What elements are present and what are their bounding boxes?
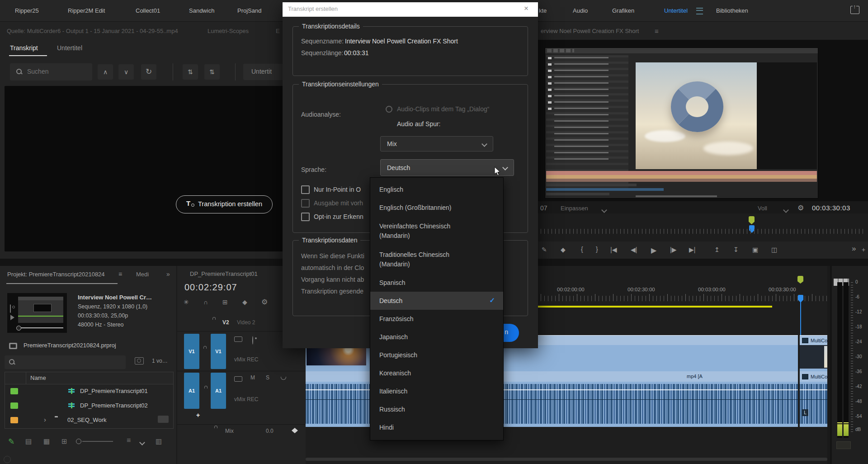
language-option[interactable]: Vereinfachtes Chinesisch (Mandarin) (370, 217, 503, 245)
chevron-down-icon[interactable] (140, 438, 144, 446)
workspace-tab-partial[interactable]: kte (539, 7, 547, 14)
expand-all-button[interactable]: ⇅ (183, 64, 198, 80)
more-buttons-icon[interactable]: » (852, 244, 856, 253)
program-marker[interactable] (749, 216, 755, 224)
mix-track-value[interactable]: 0.0 (266, 428, 274, 434)
bin-list-header[interactable]: Name (5, 372, 173, 384)
sequence-marker[interactable] (797, 276, 803, 284)
snap-icon[interactable]: ∩ (203, 298, 208, 306)
prev-match-button[interactable]: ∧ (98, 64, 113, 80)
workspace-tab[interactable]: Collect01 (136, 7, 160, 14)
checkbox-opt-in[interactable] (301, 213, 310, 221)
video-clip[interactable]: MultiCorder6 - (800, 335, 827, 372)
extract-icon[interactable]: ↧ (733, 246, 739, 253)
add-marker-icon[interactable]: ◆ (561, 246, 566, 253)
bin-row[interactable]: DP_PremiereTranscript02 (5, 398, 173, 413)
workspace-tab[interactable]: Bibliotheken (716, 7, 748, 14)
comparison-view-icon[interactable]: ◫ (771, 246, 777, 253)
audio-clip[interactable]: MultiCorder6 - L (800, 371, 827, 427)
mark-in-icon[interactable]: { (581, 246, 583, 253)
checkbox-merge-output[interactable] (301, 199, 310, 208)
source-patch-a1[interactable]: A1 (184, 373, 199, 409)
lumetri-scopes-tab[interactable]: Lumetri-Scopes (208, 28, 249, 34)
step-back-icon[interactable]: ◀| (631, 246, 637, 253)
mute-button[interactable]: M (250, 374, 255, 381)
label-color-chip[interactable] (10, 388, 18, 394)
timeline-settings-icon[interactable]: ⚙ (261, 298, 268, 306)
language-option-selected[interactable]: Deutsch ✓ (370, 292, 503, 310)
source-monitor-tab[interactable]: Quelle: MultiCorder6 - Output 1 - 15 Jan… (7, 28, 178, 34)
project-tab[interactable]: Projekt: PremiereTranscript20210824 (7, 271, 105, 278)
icon-view-icon[interactable]: ▦ (43, 437, 50, 445)
label-color-chip[interactable] (10, 417, 18, 423)
language-option[interactable]: Russisch (370, 400, 503, 418)
solo-button[interactable]: S (266, 374, 269, 381)
track-name-a1[interactable]: vMix REC (234, 396, 258, 402)
close-icon[interactable]: × (524, 4, 528, 13)
new-bin-icon[interactable]: ▥ (156, 437, 162, 445)
language-option[interactable]: Koreanisch (370, 364, 503, 382)
track-target-a1[interactable]: A1 (211, 373, 226, 409)
add-track-plus[interactable]: + (196, 412, 200, 419)
workspace-tab-active[interactable]: Untertitel (664, 7, 688, 14)
bin-row[interactable]: DP_PremiereTranscript01 (5, 384, 173, 398)
bin-row[interactable]: › 02_SEQ_Work (5, 413, 173, 427)
project-file-name[interactable]: PremiereTranscript20210824.prproj (24, 342, 116, 349)
track-output-icon[interactable] (234, 336, 242, 342)
workspace-tab[interactable]: Sandwich (189, 7, 214, 14)
project-search-input[interactable] (5, 355, 126, 369)
mix-track-label[interactable]: Mix (225, 428, 234, 434)
playhead[interactable] (798, 295, 803, 303)
chevron-down-icon[interactable] (602, 206, 606, 214)
sequence-tab[interactable]: DP_PremiereTranscript01 (190, 270, 258, 277)
program-timecode[interactable]: 00:03:30:03 (812, 204, 850, 212)
dialog-titlebar[interactable]: Transkript erstellen × (283, 2, 538, 17)
track-name-v1[interactable]: vMix REC (234, 356, 258, 363)
monitor-settings-icon[interactable]: ⚙ (797, 204, 804, 212)
collapse-all-button[interactable]: ⇅ (204, 64, 220, 80)
play-button[interactable]: ▶ (651, 246, 656, 255)
panel-menu-icon[interactable]: ≡ (655, 27, 659, 35)
track-target-v1[interactable]: V1 (211, 334, 226, 369)
playback-resolution-dropdown[interactable]: Voll (758, 205, 767, 212)
track-eye-icon[interactable] (252, 336, 253, 345)
track-target-v2[interactable]: V2 (222, 319, 229, 326)
track-select[interactable]: Mix (380, 136, 493, 152)
workspace-tab[interactable]: Audio (573, 7, 588, 14)
program-timecode-left-fragment[interactable]: 07 (540, 204, 547, 212)
fit-dropdown[interactable]: Einpassen (561, 205, 588, 212)
source-patch-v1[interactable]: V1 (184, 334, 199, 369)
freeform-view-icon[interactable]: ⊞ (61, 437, 67, 445)
language-option[interactable]: Spanisch (370, 274, 503, 292)
search-bin-icon[interactable] (135, 357, 144, 365)
workspace-tab[interactable]: ProjSand (237, 7, 261, 14)
step-forward-icon[interactable]: |▶ (670, 246, 676, 253)
linked-selection-icon[interactable]: ⊞ (222, 298, 228, 306)
label-color-chip[interactable] (10, 402, 18, 409)
media-browser-tab-partial[interactable]: Medi (136, 271, 149, 278)
effects-tab-partial[interactable]: E (276, 28, 280, 34)
language-option[interactable]: Hindi (370, 418, 503, 436)
search-input[interactable]: Suchen (10, 63, 92, 80)
edit-pencil-icon[interactable]: ✎ (8, 437, 14, 446)
pen-icon[interactable]: ✎ (542, 246, 547, 253)
language-option[interactable]: Englisch (370, 180, 503, 199)
expand-chevron-icon[interactable]: › (44, 416, 46, 423)
checkbox-in-out-only[interactable] (301, 185, 310, 194)
workspace-menu-icon[interactable] (696, 8, 703, 14)
language-option[interactable]: Portugiesisch (370, 346, 503, 364)
workspace-tab[interactable]: Grafiken (612, 7, 634, 14)
radio-dialog-tag[interactable] (386, 106, 392, 113)
tab-transkript[interactable]: Transkript (10, 44, 38, 52)
panel-overflow-icon[interactable]: » (166, 270, 170, 278)
track-output-icon[interactable] (234, 376, 242, 382)
panel-menu-icon[interactable]: ≡ (118, 270, 122, 278)
track-name-v2[interactable]: Video 2 (237, 319, 255, 326)
chevron-down-icon[interactable] (784, 206, 788, 214)
create-transcription-button[interactable]: T Transkription erstellen (176, 195, 273, 213)
timeline-scrollbar[interactable] (306, 458, 827, 461)
nest-indicator-icon[interactable]: ✳ (184, 298, 189, 306)
language-option[interactable]: Japanisch (370, 328, 503, 346)
workspace-tab[interactable]: Ripper2M Edit (68, 7, 105, 14)
workspace-tab[interactable]: Ripper25 (15, 7, 39, 14)
